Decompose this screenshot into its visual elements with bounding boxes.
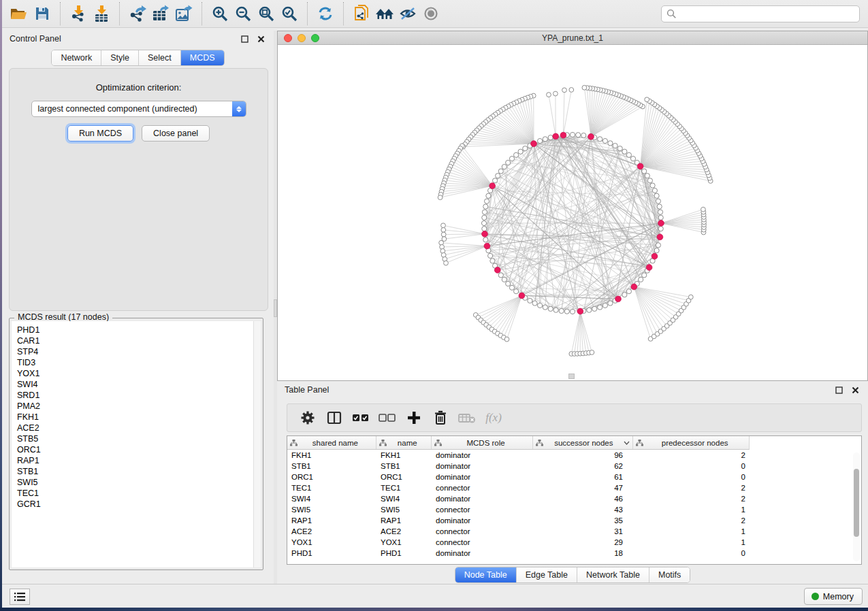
refresh-icon[interactable]	[314, 3, 337, 24]
memory-button[interactable]: Memory	[804, 588, 863, 605]
column-header[interactable]: successor nodes	[533, 436, 633, 449]
table-row[interactable]: SWI5SWI5connector431	[287, 504, 861, 515]
network-node[interactable]	[647, 178, 652, 183]
mcds-node[interactable]	[494, 267, 500, 274]
network-node[interactable]	[485, 199, 489, 203]
mcds-result-item[interactable]: TID3	[17, 357, 261, 368]
mcds-result-list[interactable]: PHD1CAR1STP4TID3YOX1SWI4SRD1PMA2FKH1ACE2…	[12, 321, 261, 567]
network-node[interactable]	[617, 146, 622, 151]
network-node[interactable]	[587, 308, 592, 312]
network-node[interactable]	[506, 160, 511, 165]
mcds-node[interactable]	[577, 308, 583, 314]
network-node[interactable]	[523, 146, 528, 151]
network-node[interactable]	[532, 301, 537, 306]
table-scrollbar-thumb[interactable]	[854, 469, 859, 537]
import-network-icon[interactable]	[67, 3, 90, 24]
mcds-result-item[interactable]: ACE2	[17, 423, 261, 433]
mcds-node[interactable]	[553, 133, 559, 139]
network-node[interactable]	[543, 305, 547, 310]
network-leaf-node[interactable]	[562, 88, 567, 93]
fit-content-icon[interactable]	[255, 3, 278, 24]
mcds-result-item[interactable]: FKH1	[17, 412, 261, 423]
hide-selected-icon[interactable]	[396, 3, 419, 24]
network-node[interactable]	[654, 193, 659, 198]
mcds-node[interactable]	[615, 296, 622, 302]
network-leaf-node[interactable]	[590, 350, 594, 355]
mcds-node[interactable]	[588, 133, 594, 139]
column-header[interactable]: MCDS role	[432, 436, 534, 449]
network-node[interactable]	[488, 253, 493, 258]
network-leaf-node[interactable]	[547, 93, 551, 97]
network-node[interactable]	[482, 210, 487, 214]
network-node[interactable]	[639, 277, 643, 282]
deselect-all-icon[interactable]	[376, 408, 398, 428]
mcds-result-item[interactable]: STB1	[17, 466, 261, 477]
float-table-panel-icon[interactable]	[833, 384, 844, 395]
network-node[interactable]	[650, 183, 655, 188]
table-row[interactable]: SWI4SWI4dominator462	[287, 493, 861, 504]
table-row[interactable]: TEC1TEC1connector472	[287, 482, 861, 493]
tab-network[interactable]: Network	[52, 50, 101, 65]
network-node[interactable]	[645, 174, 649, 178]
show-columns-icon[interactable]	[323, 408, 345, 428]
network-leaf-node[interactable]	[438, 195, 443, 200]
network-node[interactable]	[498, 273, 503, 278]
mcds-node[interactable]	[489, 183, 496, 189]
delete-column-icon[interactable]	[430, 408, 451, 428]
new-network-from-selection-icon[interactable]	[350, 3, 373, 24]
save-session-icon[interactable]	[31, 3, 54, 24]
table-row[interactable]: RAP1RAP1dominator352	[287, 515, 861, 526]
mcds-result-item[interactable]: ORC1	[17, 444, 261, 455]
close-window-icon[interactable]	[284, 34, 292, 42]
network-titlebar[interactable]: YPA_prune.txt_1	[278, 31, 867, 45]
network-node[interactable]	[581, 133, 586, 137]
open-session-icon[interactable]	[7, 3, 31, 24]
network-leaf-node[interactable]	[441, 223, 446, 228]
network-node[interactable]	[490, 259, 495, 263]
close-panel-icon[interactable]	[255, 33, 266, 44]
first-neighbors-icon[interactable]	[373, 3, 396, 24]
network-node[interactable]	[502, 165, 507, 169]
network-node[interactable]	[509, 285, 514, 290]
network-node[interactable]	[602, 139, 607, 144]
network-node[interactable]	[498, 169, 503, 174]
tab-node-table[interactable]: Node Table	[455, 567, 517, 582]
mcds-result-item[interactable]: SRD1	[17, 390, 261, 401]
mcds-result-item[interactable]: STB5	[17, 433, 261, 444]
network-node[interactable]	[483, 204, 488, 209]
network-node[interactable]	[642, 273, 647, 278]
network-node[interactable]	[658, 227, 663, 231]
network-node[interactable]	[658, 210, 662, 214]
mcds-result-item[interactable]: SWI5	[17, 477, 261, 488]
export-table-icon[interactable]	[149, 3, 172, 24]
table-scrollbar[interactable]	[853, 452, 860, 561]
mcds-node[interactable]	[658, 220, 664, 227]
export-network-icon[interactable]	[126, 3, 149, 24]
column-header[interactable]: shared name	[287, 436, 376, 449]
close-table-panel-icon[interactable]	[850, 384, 861, 395]
network-node[interactable]	[506, 281, 511, 286]
maximize-window-icon[interactable]	[311, 34, 319, 42]
mcds-result-item[interactable]: PMA2	[17, 401, 261, 412]
network-node[interactable]	[514, 152, 519, 157]
network-leaf-node[interactable]	[688, 295, 693, 299]
network-node[interactable]	[652, 188, 657, 193]
tab-mcds[interactable]: MCDS	[181, 50, 224, 65]
network-node[interactable]	[608, 141, 613, 146]
minimize-window-icon[interactable]	[298, 34, 306, 42]
run-mcds-button[interactable]: Run MCDS	[67, 125, 133, 142]
mcds-result-item[interactable]: STP4	[17, 346, 261, 357]
network-node[interactable]	[626, 152, 631, 157]
network-node[interactable]	[559, 308, 564, 313]
network-node[interactable]	[496, 174, 500, 178]
network-leaf-node[interactable]	[582, 85, 587, 90]
network-node[interactable]	[576, 133, 581, 137]
network-node[interactable]	[486, 193, 491, 198]
mcds-result-item[interactable]: GCR1	[17, 499, 261, 510]
network-node[interactable]	[642, 169, 647, 174]
tab-motifs[interactable]: Motifs	[649, 567, 690, 582]
column-header[interactable]: predecessor nodes	[633, 436, 749, 449]
network-node[interactable]	[602, 303, 607, 308]
tab-style[interactable]: Style	[101, 50, 139, 65]
network-node[interactable]	[553, 308, 558, 312]
